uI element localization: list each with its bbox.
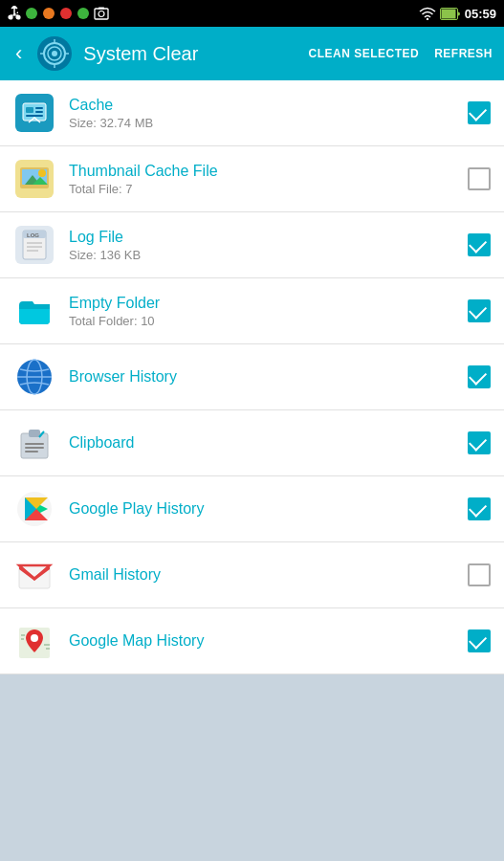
app-bar: ‹ System Clear CLEAN SELECTED REFRESH xyxy=(0,27,504,80)
google-play-title: Google Play History xyxy=(69,500,458,518)
svg-point-8 xyxy=(77,8,89,19)
app-title: System Clear xyxy=(83,43,296,65)
svg-point-34 xyxy=(38,169,46,177)
battery-icon xyxy=(440,8,461,20)
list-item-cache[interactable]: CacheSize: 32.74 MB xyxy=(0,80,504,146)
status-bar-left xyxy=(8,6,109,21)
gmail-icon xyxy=(13,554,55,596)
empty-folder-subtitle: Total Folder: 10 xyxy=(69,314,458,328)
svg-rect-48 xyxy=(25,447,44,449)
items-list: CacheSize: 32.74 MB Thumbnail Cache File… xyxy=(0,80,504,674)
svg-rect-25 xyxy=(26,107,33,113)
clean-selected-button[interactable]: CLEAN SELECTED xyxy=(308,47,419,60)
empty-folder-icon xyxy=(13,290,55,332)
google-map-checkbox[interactable] xyxy=(468,629,491,652)
clipboard-icon xyxy=(13,422,55,464)
browser-history-icon xyxy=(13,356,55,398)
list-item-clipboard[interactable]: Clipboard xyxy=(0,410,504,476)
google-map-text: Google Map History xyxy=(69,632,458,650)
status-bar: 05:59 xyxy=(0,0,504,27)
cache-checkbox[interactable] xyxy=(468,101,491,124)
thumbnail-cache-icon xyxy=(13,158,55,200)
google-play-text: Google Play History xyxy=(69,500,458,518)
thumbnail-cache-checkbox[interactable] xyxy=(468,167,491,190)
svg-point-5 xyxy=(26,8,37,19)
google-map-title: Google Map History xyxy=(69,632,458,650)
notif-icon-2 xyxy=(42,7,55,20)
log-file-checkbox[interactable] xyxy=(468,233,491,256)
log-file-text: Log FileSize: 136 KB xyxy=(69,229,458,262)
status-time: 05:59 xyxy=(465,7,496,21)
svg-rect-46 xyxy=(29,430,40,437)
cache-text: CacheSize: 32.74 MB xyxy=(69,97,458,130)
list-item-browser-history[interactable]: Browser History xyxy=(0,344,504,410)
list-item-google-play[interactable]: Google Play History xyxy=(0,476,504,542)
empty-folder-title: Empty Folder xyxy=(69,295,458,312)
browser-history-checkbox[interactable] xyxy=(468,365,491,388)
svg-point-6 xyxy=(43,8,55,19)
list-item-thumbnail-cache[interactable]: Thumbnail Cache FileTotal File: 7 xyxy=(0,146,504,212)
svg-rect-47 xyxy=(25,443,44,445)
thumbnail-cache-subtitle: Total File: 7 xyxy=(69,182,458,196)
svg-point-10 xyxy=(99,11,104,17)
refresh-button[interactable]: REFRESH xyxy=(434,47,493,60)
notif-icon-3 xyxy=(59,7,73,20)
gmail-text: Gmail History xyxy=(69,566,458,584)
status-bar-right: 05:59 xyxy=(419,7,496,21)
app-logo-svg xyxy=(39,38,70,69)
svg-rect-28 xyxy=(26,115,43,117)
list-item-empty-folder[interactable]: Empty FolderTotal Folder: 10 xyxy=(0,278,504,344)
gmail-checkbox[interactable] xyxy=(468,563,491,586)
log-file-subtitle: Size: 136 KB xyxy=(69,248,458,262)
google-play-icon xyxy=(13,488,55,530)
photo-icon xyxy=(94,7,109,20)
google-play-checkbox[interactable] xyxy=(468,497,491,520)
svg-point-18 xyxy=(52,51,57,56)
log-file-icon: LOG xyxy=(13,224,55,266)
svg-point-12 xyxy=(427,18,428,20)
empty-folder-checkbox[interactable] xyxy=(468,299,491,322)
clipboard-checkbox[interactable] xyxy=(468,431,491,454)
svg-point-59 xyxy=(31,634,38,642)
list-item-log-file[interactable]: LOG Log FileSize: 136 KB xyxy=(0,212,504,278)
app-bar-actions: CLEAN SELECTED REFRESH xyxy=(308,47,493,60)
svg-rect-49 xyxy=(25,451,38,453)
thumbnail-cache-title: Thumbnail Cache File xyxy=(69,163,458,180)
usb-icon xyxy=(8,6,21,21)
log-file-title: Log File xyxy=(69,229,458,246)
list-item-google-map[interactable]: Google Map History xyxy=(0,608,504,674)
cache-icon xyxy=(13,92,55,134)
empty-folder-text: Empty FolderTotal Folder: 10 xyxy=(69,295,458,328)
svg-rect-11 xyxy=(99,8,104,10)
browser-history-title: Browser History xyxy=(69,368,458,386)
app-logo xyxy=(37,36,72,71)
svg-rect-27 xyxy=(35,111,43,113)
back-button[interactable]: ‹ xyxy=(11,37,26,70)
list-item-gmail[interactable]: Gmail History xyxy=(0,542,504,608)
browser-history-text: Browser History xyxy=(69,368,458,386)
gray-area xyxy=(0,674,504,861)
clipboard-title: Clipboard xyxy=(69,434,458,452)
thumbnail-cache-text: Thumbnail Cache FileTotal File: 7 xyxy=(69,163,458,196)
svg-rect-9 xyxy=(95,9,108,19)
svg-rect-14 xyxy=(441,9,455,18)
wifi-icon xyxy=(419,7,436,20)
svg-text:LOG: LOG xyxy=(27,232,39,238)
svg-point-7 xyxy=(60,8,72,19)
svg-rect-26 xyxy=(35,107,43,109)
cache-title: Cache xyxy=(69,97,458,114)
notif-icon-4 xyxy=(77,7,90,20)
clipboard-text: Clipboard xyxy=(69,434,458,452)
cache-subtitle: Size: 32.74 MB xyxy=(69,116,458,130)
gmail-title: Gmail History xyxy=(69,566,458,584)
google-map-icon xyxy=(13,620,55,662)
notif-icon-1 xyxy=(25,7,38,20)
